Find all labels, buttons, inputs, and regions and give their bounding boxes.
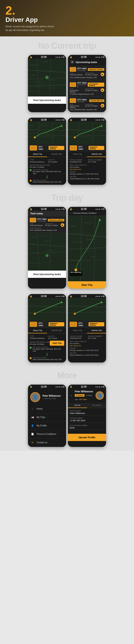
sidebar-username-9: Peter Williamson: [42, 394, 61, 397]
trip-day-section: Trip day 🔒 12:30 ▲▲▲ ◈ ▮ Task today: [0, 188, 134, 366]
tab-vehicle-info-3[interactable]: Vehicle Info: [47, 152, 66, 157]
helper-label-8: Helper: [70, 352, 104, 354]
view-upcoming-btn-1[interactable]: View Upcomming tasks: [28, 96, 66, 104]
map-nav-header-6: ← Chemical Delivery, Hamiltone: [68, 211, 106, 215]
phone-vehicle-start: 🔒 12:30 ▲▲▲ ◈ ▮: [68, 294, 106, 362]
battery-icon-3: ▮: [63, 119, 64, 121]
menu-item-profile[interactable]: 👤 My Profile: [28, 422, 66, 430]
tab-about-8[interactable]: About Trip: [68, 328, 87, 334]
status-bar-1: 🔒 12:30 ▲▲▲ ◈ ▮: [28, 55, 66, 59]
phone-no-trip-map: 🔒 12:30 ▲▲▲ ◈ ▮ Rudd Point Haberfi: [28, 55, 66, 112]
play-btn-1[interactable]: ▶: [101, 72, 104, 76]
status-icons-10: ▲▲▲ ◈ ▮: [95, 386, 104, 388]
phone-val-10: +1 987 654 2818: [70, 420, 104, 423]
tab-about-trip-4[interactable]: About Trip: [68, 152, 87, 157]
map-svg-7: [28, 298, 66, 321]
vehicle-thumb-1: [70, 67, 76, 72]
section-title-text: No Current trip: [38, 41, 96, 50]
svg-text:Tempe: Tempe: [51, 87, 55, 88]
map-svg-1: Rudd Point Haberfield Ashfield Summer Hi…: [28, 59, 66, 96]
tab-vehicle-7[interactable]: Vehicle Info: [47, 328, 66, 334]
start-trip-btn-6[interactable]: Start Trip: [68, 281, 106, 288]
lock-icon-10: 🔒: [70, 386, 72, 388]
menu-home-label: Home: [37, 408, 43, 410]
load-val-4: 16.2 tonnes: [70, 166, 104, 168]
tab-vehicle-info-4[interactable]: Vehicle Info: [87, 152, 106, 157]
task-today-card[interactable]: GTY 1024 Chemical ▶ Hamiltone (125km) Ty…: [28, 216, 66, 233]
tab-about-7[interactable]: About Trip: [28, 328, 47, 334]
svg-text:Ashfield: Ashfield: [29, 125, 34, 126]
tab-trip-history-10[interactable]: Trip History: [87, 403, 106, 408]
wifi-icon-4: ◈: [101, 119, 103, 121]
tab-vehicle-8[interactable]: Vehicle Info: [87, 328, 106, 334]
play-btn-5[interactable]: ▶: [61, 223, 64, 227]
play-btn-2[interactable]: ▶: [101, 88, 104, 92]
type-value-1: Chemical Delivery: [70, 74, 84, 76]
load-label-ab3: Load To: [48, 159, 64, 161]
svg-text:Dulwich Park: Dulwich Park: [32, 252, 41, 254]
route-dot-end-3: [30, 180, 32, 182]
task-badge-3: Toronto (987 km): [89, 100, 104, 102]
hero-content: 2. Driver App Driver receive trip assign…: [5, 4, 55, 32]
task-badge-5: Hamiltone (125km): [48, 219, 64, 222]
time-9: 12:30: [41, 386, 47, 388]
trip-card-header-4: GTY 1024 Hamiltone (125km): [68, 144, 106, 152]
svg-text:Summer Hill: Summer Hill: [46, 70, 54, 72]
vehicle-thumb-3: [70, 98, 76, 103]
map-svg-3: Ashfield Summer Hill Dulwich Park Marric…: [28, 122, 66, 144]
battery-icon-5: ▮: [63, 208, 64, 210]
phone-task-today: 🔒 12:30 ▲▲▲ ◈ ▮ Task today GTY 1024 Chem…: [28, 207, 66, 288]
svg-text:Marrickville: Marrickville: [46, 250, 53, 251]
driver-name-field: Driver Name Peter Williamson: [70, 410, 104, 416]
route-connector-7: [47, 353, 47, 356]
menu-item-home[interactable]: ⌂ Home: [28, 405, 66, 413]
menu-item-trips[interactable]: 🚛 My Trips: [28, 413, 66, 422]
menu-item-contact[interactable]: ✉ Contact us: [28, 438, 66, 447]
time-6: 12:30: [81, 208, 87, 210]
menu-trips-label: My Trips: [37, 416, 45, 418]
route-dot-end-7: [30, 357, 32, 359]
helper-val-8: Tonny Williamon (+1 987 654 3210): [70, 354, 104, 356]
owner-val-8: George Jackson (+1 987 654 3213): [70, 349, 104, 351]
play-btn-3[interactable]: ▶: [101, 104, 104, 108]
helper-val-4: Tonny Williamson (+1 987 654 3210): [70, 178, 104, 180]
trip-info-3: Type Chemical Delivery Load To 16.2 tonn…: [28, 157, 66, 185]
status-icons-6: ▲▲▲ ◈ ▮: [95, 208, 104, 210]
map-svg-5: Rudd Point Haberfield Ashfield Summer Hi…: [28, 233, 66, 270]
update-profile-btn-10[interactable]: Upcate Profile: [68, 434, 106, 441]
phone-profile: 🔒 12:30 ▲▲▲ ◈ ▮ ← Peter Williamson In Tr…: [68, 384, 106, 447]
task-today-title: Task today: [30, 212, 43, 215]
edit-vehicle-link-4[interactable]: Edit Vehicle Info: [70, 168, 104, 170]
type-val-5: Chemical Delivery: [30, 224, 44, 226]
vehicle-val-10: R230: [70, 427, 104, 430]
route-dot-start-3: [30, 169, 32, 171]
tab-my-info-10[interactable]: My Info: [68, 403, 87, 408]
vehicle-field: Occupation Number R230: [70, 425, 104, 430]
menu-item-terms[interactable]: 📄 Terms & Conditions: [28, 430, 66, 438]
load-label-4: Max. Load Capacity: [70, 164, 104, 166]
task-card-2[interactable]: GTY 1024 Automobiles ▶ Los Angeles (245k…: [68, 80, 106, 97]
svg-point-15: [46, 77, 48, 78]
svg-point-61: [75, 268, 77, 271]
dep-value-3: 26 June, 09:30pm: [85, 105, 100, 107]
task-sub-3: Electric ▶: [77, 101, 87, 103]
task-card-1[interactable]: GTY 1024 Chemical ▶ Hamiltone (125km) Ty…: [68, 66, 106, 80]
svg-text:Dulwich Park: Dulwich Park: [72, 241, 82, 243]
trip-dest-badge-4: Hamiltone (125km): [89, 146, 104, 150]
task-card-3[interactable]: GTY 1024 Electric ▶ Toronto (987 km) Typ…: [68, 97, 106, 112]
phone-task-list: 🔒 12:30 ▲▲▲ ◈ ▮ ✕ Upcomming tasks: [68, 55, 106, 112]
task-list-header: ✕ Upcomming tasks: [68, 59, 106, 66]
edit-vehicle-link-8[interactable]: Edit Vehicle Info: [70, 345, 104, 346]
signal-icon-9: ▲▲▲: [55, 386, 61, 388]
back-arrow-6[interactable]: ←: [70, 212, 72, 214]
map-svg-4: [68, 122, 106, 144]
hero-description: Driver receive trip assigned by admin wh…: [5, 25, 55, 32]
close-btn[interactable]: ✕: [70, 60, 74, 64]
start-trip-btn-7[interactable]: Start Trip: [50, 341, 64, 346]
wifi-icon-3: ◈: [61, 119, 63, 121]
load-val-7: 16.2 tonnes: [48, 337, 64, 339]
back-arrow-10[interactable]: ←: [70, 394, 73, 397]
tab-about-trip-3[interactable]: About Trip: [28, 152, 47, 157]
profile-header-10: ← Peter Williamson In Transit In Truck n…: [68, 388, 106, 403]
view-upcoming-btn-5[interactable]: View Upcomming tasks: [28, 270, 66, 278]
